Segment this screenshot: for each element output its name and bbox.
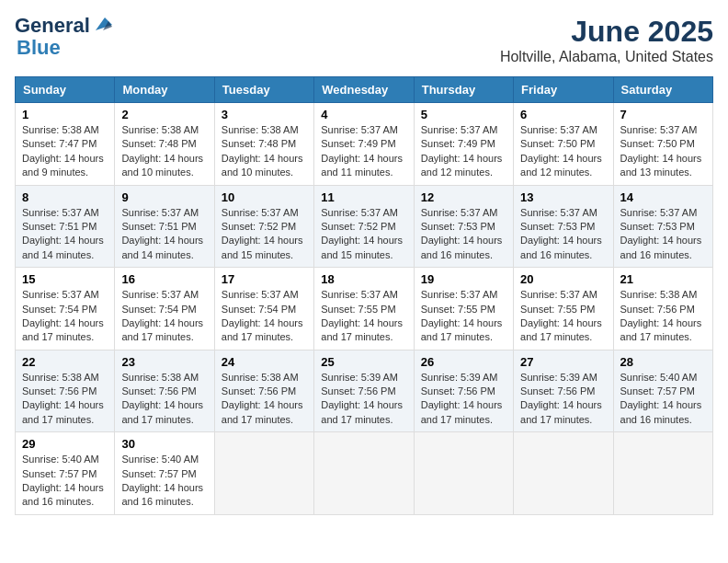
day-info: Sunrise: 5:37 AM Sunset: 7:53 PM Dayligh… [520,206,606,263]
calendar-cell: 5Sunrise: 5:37 AM Sunset: 7:49 PM Daylig… [414,103,513,186]
calendar-cell: 4Sunrise: 5:37 AM Sunset: 7:49 PM Daylig… [314,103,414,186]
day-info: Sunrise: 5:37 AM Sunset: 7:54 PM Dayligh… [22,288,108,345]
logo: General Blue [15,15,112,59]
calendar-header-row: SundayMondayTuesdayWednesdayThursdayFrid… [16,77,713,103]
day-info: Sunrise: 5:38 AM Sunset: 7:56 PM Dayligh… [22,371,108,428]
day-info: Sunrise: 5:37 AM Sunset: 7:49 PM Dayligh… [421,123,506,180]
day-info: Sunrise: 5:38 AM Sunset: 7:48 PM Dayligh… [222,123,307,180]
calendar-cell: 3Sunrise: 5:38 AM Sunset: 7:48 PM Daylig… [214,103,313,186]
day-number: 26 [421,355,506,369]
day-number: 19 [421,272,506,286]
day-info: Sunrise: 5:37 AM Sunset: 7:49 PM Dayligh… [321,123,406,180]
day-header-thursday: Thursday [414,77,513,103]
calendar-cell: 26Sunrise: 5:39 AM Sunset: 7:56 PM Dayli… [414,350,513,432]
day-number: 3 [222,108,307,121]
calendar-cell: 30Sunrise: 5:40 AM Sunset: 7:57 PM Dayli… [115,432,214,515]
calendar-cell: 14Sunrise: 5:37 AM Sunset: 7:53 PM Dayli… [613,185,712,268]
day-info: Sunrise: 5:40 AM Sunset: 7:57 PM Dayligh… [22,453,108,510]
day-number: 1 [22,108,108,121]
calendar-cell: 8Sunrise: 5:37 AM Sunset: 7:51 PM Daylig… [16,185,115,268]
day-number: 16 [121,272,207,286]
day-info: Sunrise: 5:38 AM Sunset: 7:56 PM Dayligh… [222,371,307,428]
calendar-cell: 1Sunrise: 5:38 AM Sunset: 7:47 PM Daylig… [16,103,115,186]
calendar-cell: 15Sunrise: 5:37 AM Sunset: 7:54 PM Dayli… [16,268,115,350]
day-info: Sunrise: 5:40 AM Sunset: 7:57 PM Dayligh… [121,453,207,510]
day-number: 25 [321,355,406,369]
logo-blue-text: Blue [17,37,61,59]
day-info: Sunrise: 5:38 AM Sunset: 7:56 PM Dayligh… [620,288,706,345]
calendar-cell: 16Sunrise: 5:37 AM Sunset: 7:54 PM Dayli… [115,268,214,350]
calendar-cell [214,432,313,515]
day-info: Sunrise: 5:37 AM Sunset: 7:55 PM Dayligh… [421,288,506,345]
calendar-cell: 21Sunrise: 5:38 AM Sunset: 7:56 PM Dayli… [613,268,712,350]
day-number: 28 [620,355,706,369]
calendar-cell [314,432,414,515]
calendar-week-row: 8Sunrise: 5:37 AM Sunset: 7:51 PM Daylig… [16,185,713,268]
calendar-week-row: 29Sunrise: 5:40 AM Sunset: 7:57 PM Dayli… [16,432,713,515]
page-header: General Blue June 2025 Holtville, Alabam… [15,15,713,65]
day-info: Sunrise: 5:37 AM Sunset: 7:52 PM Dayligh… [321,206,406,263]
day-number: 17 [222,272,307,286]
day-header-saturday: Saturday [613,77,712,103]
day-number: 2 [121,108,207,121]
day-header-friday: Friday [514,77,613,103]
day-info: Sunrise: 5:39 AM Sunset: 7:56 PM Dayligh… [321,371,406,428]
day-number: 21 [620,272,706,286]
calendar-cell: 27Sunrise: 5:39 AM Sunset: 7:56 PM Dayli… [514,350,613,432]
day-number: 20 [520,272,606,286]
day-info: Sunrise: 5:37 AM Sunset: 7:50 PM Dayligh… [620,123,706,180]
day-info: Sunrise: 5:38 AM Sunset: 7:47 PM Dayligh… [22,123,108,180]
calendar-week-row: 1Sunrise: 5:38 AM Sunset: 7:47 PM Daylig… [16,103,713,186]
calendar-cell: 7Sunrise: 5:37 AM Sunset: 7:50 PM Daylig… [613,103,712,186]
day-info: Sunrise: 5:40 AM Sunset: 7:57 PM Dayligh… [620,371,706,428]
day-info: Sunrise: 5:37 AM Sunset: 7:54 PM Dayligh… [121,288,207,345]
day-number: 6 [520,108,606,121]
day-info: Sunrise: 5:37 AM Sunset: 7:50 PM Dayligh… [520,123,606,180]
day-info: Sunrise: 5:37 AM Sunset: 7:51 PM Dayligh… [121,206,207,263]
day-number: 9 [121,190,207,204]
day-info: Sunrise: 5:37 AM Sunset: 7:51 PM Dayligh… [22,206,108,263]
calendar-cell: 11Sunrise: 5:37 AM Sunset: 7:52 PM Dayli… [314,185,414,268]
title-area: June 2025 Holtville, Alabama, United Sta… [500,15,713,65]
calendar-cell: 10Sunrise: 5:37 AM Sunset: 7:52 PM Dayli… [214,185,313,268]
logo-icon [92,14,112,34]
day-info: Sunrise: 5:37 AM Sunset: 7:54 PM Dayligh… [222,288,307,345]
day-info: Sunrise: 5:37 AM Sunset: 7:53 PM Dayligh… [620,206,706,263]
day-info: Sunrise: 5:38 AM Sunset: 7:48 PM Dayligh… [121,123,207,180]
month-title: June 2025 [500,15,713,49]
day-info: Sunrise: 5:38 AM Sunset: 7:56 PM Dayligh… [121,371,207,428]
calendar-table: SundayMondayTuesdayWednesdayThursdayFrid… [15,76,713,515]
calendar-cell: 22Sunrise: 5:38 AM Sunset: 7:56 PM Dayli… [16,350,115,432]
calendar-cell [613,432,712,515]
calendar-cell [514,432,613,515]
day-header-wednesday: Wednesday [314,77,414,103]
day-number: 7 [620,108,706,121]
day-number: 22 [22,355,108,369]
day-number: 27 [520,355,606,369]
calendar-cell: 19Sunrise: 5:37 AM Sunset: 7:55 PM Dayli… [414,268,513,350]
calendar-cell: 28Sunrise: 5:40 AM Sunset: 7:57 PM Dayli… [613,350,712,432]
day-info: Sunrise: 5:37 AM Sunset: 7:52 PM Dayligh… [222,206,307,263]
day-header-tuesday: Tuesday [214,77,313,103]
location-title: Holtville, Alabama, United States [500,49,713,65]
calendar-cell: 20Sunrise: 5:37 AM Sunset: 7:55 PM Dayli… [514,268,613,350]
calendar-cell: 9Sunrise: 5:37 AM Sunset: 7:51 PM Daylig… [115,185,214,268]
day-number: 15 [22,272,108,286]
day-header-sunday: Sunday [16,77,115,103]
calendar-cell: 17Sunrise: 5:37 AM Sunset: 7:54 PM Dayli… [214,268,313,350]
day-number: 29 [22,437,108,451]
day-info: Sunrise: 5:37 AM Sunset: 7:55 PM Dayligh… [520,288,606,345]
day-number: 11 [321,190,406,204]
day-number: 13 [520,190,606,204]
calendar-cell: 18Sunrise: 5:37 AM Sunset: 7:55 PM Dayli… [314,268,414,350]
day-number: 12 [421,190,506,204]
day-info: Sunrise: 5:39 AM Sunset: 7:56 PM Dayligh… [520,371,606,428]
calendar-cell: 6Sunrise: 5:37 AM Sunset: 7:50 PM Daylig… [514,103,613,186]
calendar-cell [414,432,513,515]
day-number: 8 [22,190,108,204]
calendar-cell: 12Sunrise: 5:37 AM Sunset: 7:53 PM Dayli… [414,185,513,268]
day-number: 4 [321,108,406,121]
calendar-cell: 24Sunrise: 5:38 AM Sunset: 7:56 PM Dayli… [214,350,313,432]
calendar-cell: 29Sunrise: 5:40 AM Sunset: 7:57 PM Dayli… [16,432,115,515]
calendar-cell: 13Sunrise: 5:37 AM Sunset: 7:53 PM Dayli… [514,185,613,268]
